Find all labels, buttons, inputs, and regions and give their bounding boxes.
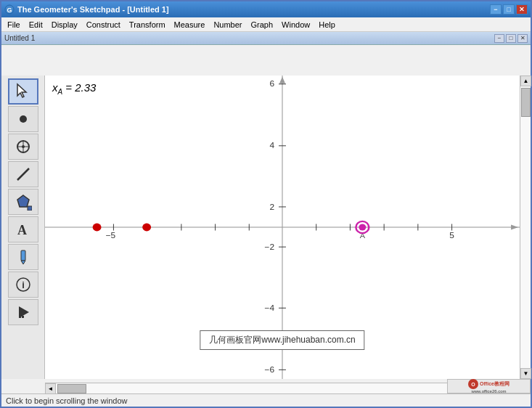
app-window: G The Geometer's Sketchpad - [Untitled 1… (0, 0, 532, 408)
title-bar: G The Geometer's Sketchpad - [Untitled 1… (1, 1, 531, 17)
point-A-label: A (360, 232, 365, 240)
window-title: The Geometer's Sketchpad - [Untitled 1] (17, 5, 169, 14)
svg-text:−5: −5 (106, 232, 116, 240)
svg-text:G: G (7, 7, 12, 14)
svg-text:i: i (22, 280, 25, 290)
title-bar-controls: − □ ✕ (490, 4, 528, 15)
marker-tool-button[interactable] (8, 244, 38, 270)
svg-point-3 (20, 115, 27, 123)
line-tool-button[interactable] (8, 161, 38, 187)
menu-transform[interactable]: Transform (125, 17, 170, 31)
inner-title-bar: Untitled 1 − □ ✕ (1, 32, 531, 45)
inner-window-title: Untitled 1 (4, 34, 35, 42)
title-bar-left: G The Geometer's Sketchpad - [Untitled 1… (4, 4, 169, 15)
menu-measure[interactable]: Measure (170, 17, 210, 31)
svg-rect-12 (21, 250, 25, 261)
status-bar: Click to begin scrolling the window (1, 393, 531, 407)
watermark-text: 几何画板官网www.jihehuaban.com.cn (209, 335, 355, 345)
measurement-text: xA = 2.33 (52, 81, 96, 94)
menu-window[interactable]: Window (277, 17, 314, 31)
menu-graph[interactable]: Graph (247, 17, 278, 31)
app-icon: G (4, 4, 15, 15)
point-A-inner[interactable] (359, 224, 366, 230)
office-logo-area: O Office教程网 www.office26.com (447, 379, 531, 393)
svg-marker-48 (511, 224, 518, 229)
measurement-display: xA = 2.33 (52, 81, 96, 96)
svg-text:A: A (17, 223, 27, 237)
svg-text:−6: −6 (264, 365, 274, 373)
menu-number[interactable]: Number (209, 17, 246, 31)
svg-text:−4: −4 (264, 303, 274, 311)
svg-text:6: 6 (269, 80, 274, 88)
content-area: Untitled 1 − □ ✕ (1, 32, 531, 407)
svg-rect-18 (22, 316, 24, 318)
svg-line-8 (17, 168, 29, 180)
scroll-left-button[interactable]: ◄ (45, 383, 56, 394)
svg-rect-17 (19, 316, 21, 318)
scroll-h-track[interactable] (56, 383, 509, 393)
inner-minimize-button[interactable]: − (494, 34, 504, 43)
close-button[interactable]: ✕ (516, 4, 528, 15)
canvas-area[interactable]: xA = 2.33 −5 (45, 76, 520, 379)
select-tool-button[interactable] (8, 78, 38, 105)
svg-marker-47 (279, 77, 285, 83)
point-p2[interactable] (142, 224, 151, 232)
polygon-tool-button[interactable] (8, 189, 38, 215)
svg-text:−2: −2 (264, 242, 274, 250)
inner-title-controls: − □ ✕ (494, 34, 528, 43)
compass-tool-button[interactable] (8, 134, 38, 160)
menu-edit[interactable]: Edit (25, 17, 47, 31)
svg-marker-10 (28, 206, 32, 211)
point-p1[interactable] (93, 224, 102, 232)
svg-marker-13 (21, 261, 25, 264)
menu-file[interactable]: File (3, 17, 25, 31)
vertical-scrollbar: ▲ ▼ (520, 76, 531, 379)
svg-marker-9 (17, 195, 29, 207)
svg-marker-2 (17, 84, 26, 97)
minimize-button[interactable]: − (490, 4, 502, 15)
menu-help[interactable]: Help (314, 17, 340, 31)
logo-text-1: Office教程网 (480, 380, 510, 388)
scroll-v-track[interactable] (520, 86, 531, 368)
svg-text:5: 5 (449, 232, 454, 240)
point-tool-button[interactable] (8, 106, 38, 132)
inner-maximize-button[interactable]: □ (506, 34, 516, 43)
scroll-v-thumb[interactable] (521, 88, 531, 117)
watermark-banner: 几何画板官网www.jihehuaban.com.cn (200, 330, 364, 350)
scroll-up-button[interactable]: ▲ (520, 76, 531, 86)
svg-text:4: 4 (269, 142, 274, 150)
scroll-down-button[interactable]: ▼ (520, 368, 531, 379)
scroll-h-thumb[interactable] (57, 384, 86, 393)
maximize-button[interactable]: □ (503, 4, 515, 15)
text-tool-button[interactable]: A (8, 216, 38, 242)
menu-construct[interactable]: Construct (82, 17, 125, 31)
svg-text:2: 2 (269, 203, 274, 211)
toolbar: A i (1, 76, 45, 379)
status-message: Click to begin scrolling the window (6, 396, 128, 405)
inner-close-button[interactable]: ✕ (517, 34, 528, 43)
custom-tool-button[interactable] (8, 299, 38, 325)
menu-bar: File Edit Display Construct Transform Me… (1, 17, 531, 32)
info-tool-button[interactable]: i (8, 272, 38, 298)
menu-display[interactable]: Display (47, 17, 82, 31)
